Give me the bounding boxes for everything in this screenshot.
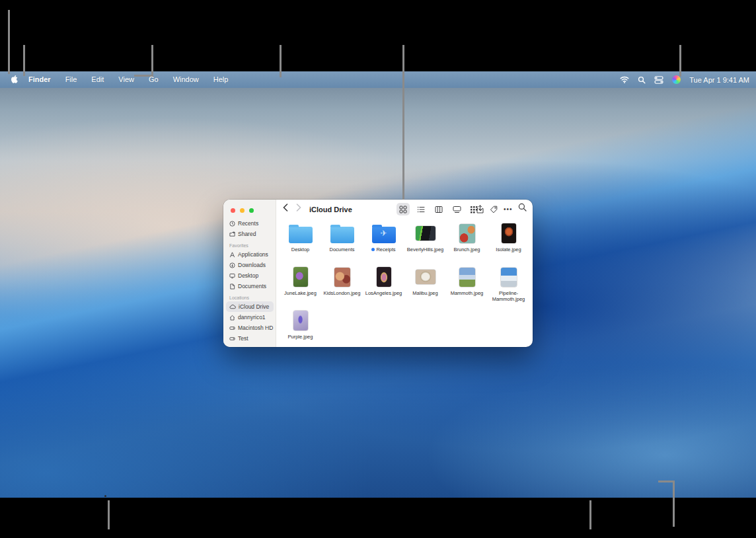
hard-drive-icon <box>229 336 235 342</box>
sidebar-section-locations: Locations <box>226 295 274 301</box>
control-center-icon[interactable] <box>654 76 663 84</box>
home-icon <box>229 315 235 321</box>
menu-bar-clock[interactable]: Tue Apr 1 9:41 AM <box>689 76 749 84</box>
file-label: Receipts <box>376 247 395 252</box>
photo-thumbnail <box>293 311 308 330</box>
sidebar-item-applications[interactable]: Applications <box>226 249 274 260</box>
callout-line-finder-window <box>402 45 404 200</box>
finder-toolbar: iCloud Drive ••• <box>276 200 533 219</box>
file-item-receipts[interactable]: Receipts <box>363 221 404 265</box>
photo-thumbnail <box>502 223 516 243</box>
callout-line-help-horizontal <box>134 75 153 77</box>
minimize-button[interactable] <box>240 208 245 213</box>
file-item-kidslondon[interactable]: KidsLondon.jpeg <box>321 265 363 309</box>
photo-thumbnail <box>416 226 435 241</box>
sidebar-label: Test <box>238 335 248 342</box>
menu-view[interactable]: View <box>111 71 141 88</box>
sidebar-item-icloud-drive[interactable]: iCloud Drive <box>226 301 274 312</box>
zoom-button[interactable] <box>249 208 254 213</box>
sidebar-label: iCloud Drive <box>239 303 269 310</box>
desktop-icon <box>229 273 235 279</box>
callout-line-menu-bar <box>280 45 282 77</box>
sidebar-item-documents[interactable]: Documents <box>226 281 274 291</box>
photo-thumbnail <box>334 268 350 287</box>
file-label: JuneLake.jpeg <box>284 290 317 296</box>
sync-status-dot <box>371 248 375 251</box>
travel-folder-icon <box>372 227 396 243</box>
column-view-button[interactable] <box>432 203 445 215</box>
menu-finder[interactable]: Finder <box>21 71 58 88</box>
sidebar-label: Downloads <box>238 262 266 268</box>
sidebar-item-test[interactable]: Test <box>226 333 274 344</box>
file-item-junelake[interactable]: JuneLake.jpeg <box>280 265 321 309</box>
sidebar-label: Documents <box>238 283 266 289</box>
forward-button[interactable] <box>296 204 301 211</box>
window-controls <box>231 208 254 213</box>
file-item-brunch[interactable]: Brunch.jpeg <box>446 221 488 265</box>
file-item-losangeles[interactable]: LosAngeles.jpeg <box>363 265 404 309</box>
search-icon[interactable] <box>518 203 527 211</box>
file-item-pipeline-mammoth[interactable]: Pipeline-Mammoth.jpeg <box>488 265 529 309</box>
file-grid: Desktop Documents Receipts BeverlyHills.… <box>280 221 529 352</box>
file-item-malibu[interactable]: Malibu.jpeg <box>404 265 446 309</box>
list-view-button[interactable] <box>414 203 428 215</box>
back-button[interactable] <box>283 204 288 211</box>
file-label: Malibu.jpeg <box>412 290 437 296</box>
menu-bar: Finder File Edit View Go Window Help <box>0 71 756 88</box>
sidebar-item-macintosh-hd[interactable]: Macintosh HD <box>226 323 274 333</box>
sidebar-label: Applications <box>238 251 268 258</box>
file-item-documents[interactable]: Documents <box>321 221 363 265</box>
file-item-beverlyhills[interactable]: BeverlyHills.jpeg <box>404 221 446 265</box>
menu-go[interactable]: Go <box>141 71 166 88</box>
callout-line-trash-vertical <box>673 480 675 527</box>
photo-thumbnail <box>501 268 517 287</box>
gallery-view-button[interactable] <box>450 203 463 215</box>
photo-thumbnail <box>459 268 475 287</box>
share-icon[interactable] <box>476 205 484 213</box>
apple-logo-icon <box>10 75 18 85</box>
sidebar-item-recents[interactable]: Recents <box>226 218 274 229</box>
window-title: iCloud Drive <box>309 206 352 213</box>
menu-file[interactable]: File <box>58 71 85 88</box>
callout-line-status-menus <box>679 45 681 77</box>
file-label: Documents <box>330 247 355 252</box>
menu-window[interactable]: Window <box>166 71 206 88</box>
shared-folder-icon <box>229 231 235 237</box>
callout-line-apple-menu <box>8 10 10 74</box>
applications-icon <box>229 252 235 258</box>
callout-line-help-vertical <box>151 45 153 77</box>
callout-line-app-menu <box>23 45 25 76</box>
more-options-button[interactable]: ••• <box>504 203 513 215</box>
sidebar-label: dannyrico1 <box>238 314 266 321</box>
file-item-isolate[interactable]: Isolate.jpeg <box>488 221 529 265</box>
icon-view-button[interactable] <box>397 203 410 215</box>
file-label: Purple.jpeg <box>288 334 313 340</box>
finder-sidebar: Recents Shared Favorites Applications Do… <box>223 200 276 347</box>
callout-line-settings-dock <box>589 500 591 529</box>
menu-edit[interactable]: Edit <box>84 71 111 88</box>
file-item-mammoth[interactable]: Mammoth.jpeg <box>446 265 488 309</box>
documentation-figure: Finder File Edit View Go Window Help <box>0 0 756 538</box>
photo-thumbnail <box>293 267 308 287</box>
callout-line-finder-dock <box>108 500 110 529</box>
menu-help[interactable]: Help <box>206 71 236 88</box>
file-label: BeverlyHills.jpeg <box>407 247 443 252</box>
apple-menu[interactable] <box>7 75 21 85</box>
sidebar-item-downloads[interactable]: Downloads <box>226 260 274 270</box>
sidebar-item-shared[interactable]: Shared <box>226 229 274 239</box>
finder-running-indicator <box>104 495 106 497</box>
close-button[interactable] <box>231 208 235 213</box>
file-item-purple[interactable]: Purple.jpeg <box>280 309 321 352</box>
sidebar-item-dannyrico1[interactable]: dannyrico1 <box>226 312 274 323</box>
file-label: LosAngeles.jpeg <box>365 290 402 296</box>
sidebar-label: Desktop <box>238 272 258 279</box>
file-label: Isolate.jpeg <box>496 247 521 252</box>
tags-icon[interactable] <box>490 206 498 213</box>
sidebar-item-desktop[interactable]: Desktop <box>226 270 274 281</box>
file-label: Mammoth.jpeg <box>451 290 484 296</box>
spotlight-search-icon[interactable] <box>638 76 646 84</box>
file-item-desktop[interactable]: Desktop <box>280 221 321 265</box>
wifi-icon[interactable] <box>620 76 629 83</box>
sidebar-label: Recents <box>238 220 258 227</box>
photo-thumbnail <box>416 270 435 284</box>
